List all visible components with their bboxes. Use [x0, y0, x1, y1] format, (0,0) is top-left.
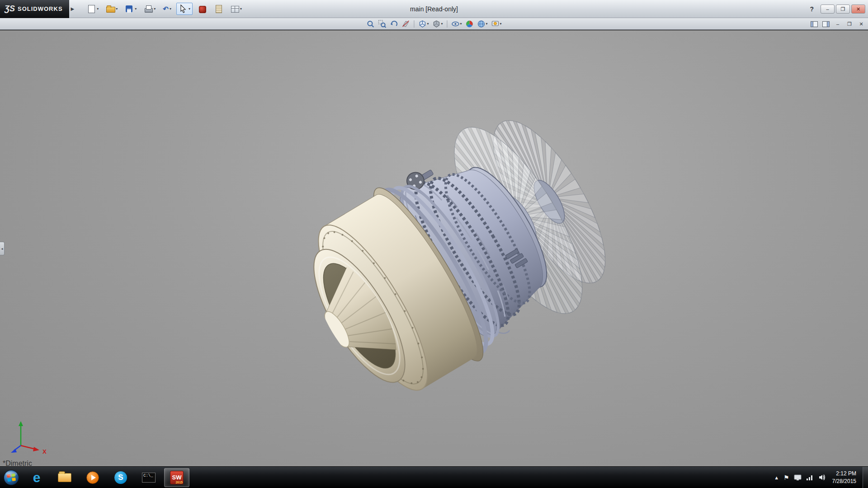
file-properties-icon [214, 5, 223, 13]
solidworks-logo-text: SOLIDWORKS [18, 5, 63, 12]
eye-icon [451, 20, 459, 28]
toolbar-separator [447, 20, 447, 28]
previous-view-button[interactable] [388, 19, 399, 29]
zoom-to-fit-button[interactable] [365, 19, 376, 29]
document-window-controls: – ❐ ✕ [809, 18, 866, 30]
window-controls: ? – ❐ ✕ [810, 0, 865, 18]
new-dropdown-caret[interactable]: ▾ [97, 7, 99, 11]
standard-toolbar: ▾ ▾ ▾ ▾ ↶ ▾ ▾ [83, 3, 245, 15]
menu-expand-arrow-icon[interactable]: ▶ [69, 6, 77, 11]
show-hidden-icons-button[interactable]: ▲ [774, 475, 779, 480]
rebuild-button[interactable] [195, 3, 209, 15]
open-dropdown-caret[interactable]: ▾ [116, 7, 118, 11]
open-folder-icon [106, 5, 115, 13]
undo-dropdown-caret[interactable]: ▾ [170, 7, 171, 11]
select-cursor-icon [179, 5, 188, 13]
task-pane-icon [822, 21, 830, 27]
graphics-area[interactable]: ◄ X *Dimetric [0, 30, 868, 466]
options-button[interactable]: ▾ [228, 3, 244, 15]
internet-explorer-icon: e [33, 470, 41, 485]
select-button[interactable]: ▾ [176, 3, 193, 15]
taskbar-item-internet-explorer[interactable]: e [24, 468, 49, 487]
new-button[interactable]: ▾ [85, 3, 101, 15]
display-style-caret[interactable]: ▾ [441, 22, 443, 26]
featuremanager-collapse-tab[interactable]: ◄ [0, 242, 5, 255]
edit-appearance-button[interactable] [464, 19, 475, 29]
featuremanager-pane-button[interactable] [809, 20, 819, 28]
view-settings-icon [491, 20, 500, 28]
rebuild-icon [198, 5, 207, 13]
apply-scene-caret[interactable]: ▾ [486, 22, 488, 26]
windows-taskbar: e S C:\_ SW 2015 ▲ ⚑ [0, 466, 868, 488]
previous-view-icon [390, 20, 398, 28]
doc-minimize-button[interactable]: – [833, 20, 843, 28]
hide-show-caret[interactable]: ▾ [460, 22, 462, 26]
print-button[interactable]: ▾ [142, 3, 158, 15]
window-title: main [Read-only] [410, 0, 458, 18]
task-pane-button[interactable] [821, 20, 831, 28]
show-desktop-button[interactable] [863, 467, 868, 488]
solidworks-app-letters: SW [172, 474, 182, 481]
hide-show-items-button[interactable]: ▾ [450, 19, 463, 29]
taskbar-item-command-prompt[interactable]: C:\_ [136, 468, 161, 487]
system-tray: ▲ ⚑ 2:12 PM 7/28/2015 [774, 467, 868, 488]
apply-scene-button[interactable]: ▾ [476, 19, 489, 29]
zoom-to-area-button[interactable] [377, 19, 387, 29]
skype-icon: S [114, 471, 127, 484]
save-dropdown-caret[interactable]: ▾ [135, 7, 137, 11]
taskbar-item-media-player[interactable] [80, 468, 105, 487]
clock-date: 7/28/2015 [832, 478, 856, 485]
doc-restore-button[interactable]: ❐ [844, 20, 854, 28]
file-properties-button[interactable] [212, 3, 225, 15]
printer-icon [144, 5, 153, 13]
orientation-triad: X [9, 418, 52, 455]
toolbar-separator [414, 20, 414, 28]
zoom-to-area-icon [378, 20, 386, 28]
solidworks-app-year: 2015 [175, 481, 183, 484]
display-style-button[interactable]: ▾ [431, 19, 444, 29]
undo-button[interactable]: ↶ ▾ [160, 3, 174, 15]
view-settings-caret[interactable]: ▾ [500, 22, 502, 26]
taskbar-item-solidworks[interactable]: SW 2015 [164, 468, 189, 487]
select-dropdown-caret[interactable]: ▾ [189, 7, 190, 11]
view-settings-button[interactable]: ▾ [490, 19, 503, 29]
view-orientation-caret[interactable]: ▾ [427, 22, 429, 26]
view-orientation-cube-icon [418, 20, 426, 28]
start-button[interactable] [0, 467, 23, 488]
help-button[interactable]: ? [810, 5, 814, 13]
y-axis-arrow [19, 421, 23, 426]
section-view-button[interactable] [400, 19, 411, 29]
windows-orb-icon [3, 469, 19, 486]
maximize-button[interactable]: ❐ [836, 5, 850, 14]
x-axis-label: X [42, 448, 47, 455]
heads-up-view-toolbar: ▾ ▾ ▾ [364, 18, 503, 30]
open-button[interactable]: ▾ [104, 3, 120, 15]
taskbar-clock[interactable]: 2:12 PM 7/28/2015 [830, 470, 858, 484]
minimize-button[interactable]: – [821, 5, 835, 14]
document-window-bar: ▾ ▾ ▾ [0, 18, 868, 30]
section-view-icon [401, 20, 410, 28]
display-icon[interactable] [794, 474, 802, 481]
taskbar-item-skype[interactable]: S [108, 468, 133, 487]
save-button[interactable]: ▾ [123, 3, 139, 15]
jet-engine-model[interactable] [0, 30, 868, 466]
title-bar: ƷS SOLIDWORKS ▶ ▾ ▾ ▾ ▾ ↶ ▾ [0, 0, 868, 18]
taskbar-item-file-explorer[interactable] [52, 468, 77, 487]
options-dropdown-caret[interactable]: ▾ [240, 7, 242, 11]
action-center-flag-icon[interactable]: ⚑ [783, 474, 789, 481]
close-button[interactable]: ✕ [851, 5, 865, 14]
doc-close-button[interactable]: ✕ [856, 20, 866, 28]
solidworks-window: ƷS SOLIDWORKS ▶ ▾ ▾ ▾ ▾ ↶ ▾ [0, 0, 868, 488]
clock-time: 2:12 PM [832, 470, 856, 477]
x-axis-arrow [33, 447, 39, 451]
print-dropdown-caret[interactable]: ▾ [154, 7, 156, 11]
view-orientation-button[interactable]: ▾ [417, 19, 430, 29]
display-style-cube-icon [432, 20, 440, 28]
save-floppy-icon [125, 5, 134, 13]
solidworks-logo-icon: ƷS [5, 4, 15, 14]
folder-icon [58, 473, 71, 482]
solidworks-logo[interactable]: ƷS SOLIDWORKS [0, 0, 69, 18]
split-pane-icon [811, 21, 818, 27]
volume-icon[interactable] [818, 474, 826, 481]
network-icon[interactable] [806, 474, 814, 481]
